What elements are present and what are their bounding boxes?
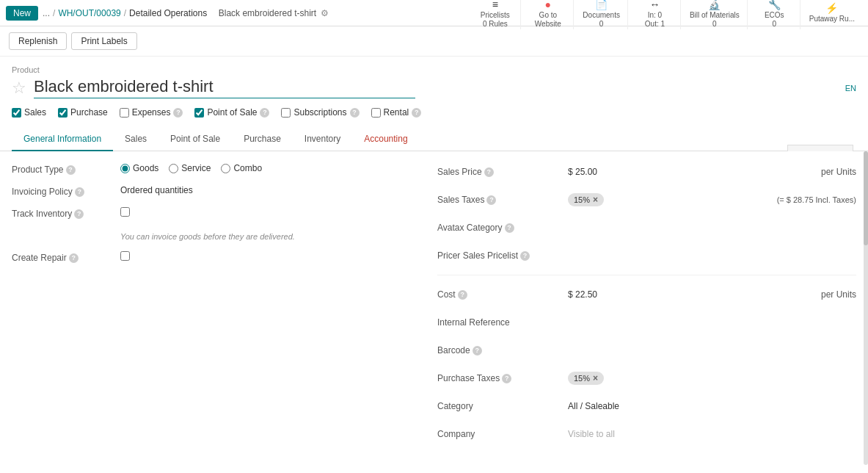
sales-checkbox-item[interactable]: Sales: [12, 107, 46, 118]
scroll-thumb: [864, 151, 868, 245]
subscriptions-checkbox[interactable]: [281, 108, 291, 118]
sales-price-value[interactable]: $ 25.00: [568, 167, 815, 177]
combo-radio[interactable]: [221, 164, 230, 173]
ecos-icon: 🔧: [768, 0, 781, 10]
right-column: Sales Price ? $ 25.00 per Units Sales Ta…: [437, 163, 856, 453]
tab-accounting[interactable]: Accounting: [352, 128, 419, 151]
pos-label: Point of Sale: [207, 107, 257, 118]
cost-unit: per Units: [821, 289, 856, 300]
action-bar: Replenish Print Labels: [0, 26, 868, 57]
cost-field: Cost ? $ 22.50 per Units: [437, 286, 856, 303]
website-icon: ●: [545, 0, 551, 10]
sales-tax-badge: 15% ×: [568, 193, 604, 206]
sales-taxes-value: 15% ×: [568, 193, 764, 206]
create-repair-checkbox[interactable]: [120, 251, 130, 261]
replenish-button[interactable]: Replenish: [9, 32, 67, 50]
top-bar: New ... / WH/OUT/00039 / Detailed Operat…: [0, 0, 868, 26]
gear-icon[interactable]: ⚙: [321, 8, 329, 18]
pos-checkbox[interactable]: [194, 108, 204, 118]
documents-button[interactable]: 📄 Documents 0: [575, 0, 628, 29]
tab-sales[interactable]: Sales: [113, 128, 158, 151]
rental-label: Rental: [384, 107, 409, 118]
breadcrumb-dots: ...: [43, 8, 50, 18]
breadcrumb-item1[interactable]: WH/OUT/00039: [58, 8, 120, 18]
barcode-help-icon: ?: [473, 346, 482, 355]
category-label: Category: [437, 401, 562, 411]
track-inventory-field: Track Inventory ?: [12, 207, 408, 219]
breadcrumb-item2: Detailed Operations: [129, 8, 207, 18]
subscriptions-checkbox-item[interactable]: Subscriptions ?: [281, 107, 359, 118]
service-radio[interactable]: [169, 164, 178, 173]
product-name-input[interactable]: [34, 77, 415, 98]
rental-checkbox[interactable]: [371, 108, 381, 118]
sales-taxes-text: Sales Taxes: [437, 195, 484, 205]
sales-price-field: Sales Price ? $ 25.00 per Units: [437, 163, 856, 181]
sales-tax-badge-value: 15%: [574, 195, 590, 204]
purchase-checkbox[interactable]: [58, 108, 68, 118]
documents-count: 0: [599, 20, 604, 28]
purchase-tax-badge: 15% ×: [568, 372, 604, 385]
new-button[interactable]: New: [6, 6, 38, 21]
subscriptions-help-icon: ?: [350, 108, 360, 118]
track-inventory-checkbox[interactable]: [120, 207, 130, 217]
pricelists-button[interactable]: ≡ Pricelists 0 Rules: [470, 0, 521, 29]
bom-icon: 🔬: [708, 0, 721, 10]
tab-point-of-sale[interactable]: Point of Sale: [158, 128, 232, 151]
expenses-checkbox[interactable]: [120, 108, 129, 118]
in-label: In: 0: [648, 11, 662, 19]
scrollbar[interactable]: [864, 151, 868, 465]
ecos-label: ECOs: [765, 11, 784, 19]
purchase-taxes-label: Purchase Taxes ?: [437, 373, 562, 383]
category-value[interactable]: All / Saleable: [568, 401, 856, 411]
sales-checkbox[interactable]: [12, 108, 21, 118]
tab-inventory[interactable]: Inventory: [293, 128, 352, 151]
tab-purchase[interactable]: Purchase: [232, 128, 293, 151]
favorite-star-icon[interactable]: ☆: [12, 79, 26, 98]
barcode-field: Barcode ?: [437, 342, 856, 359]
sales-tax-badge-close[interactable]: ×: [593, 195, 598, 205]
goods-radio[interactable]: [120, 164, 130, 173]
internal-reference-field: Internal Reference: [437, 314, 856, 331]
service-radio-item[interactable]: Service: [169, 163, 211, 173]
in-out-button[interactable]: ↔ In: 0 Out: 1: [630, 0, 681, 29]
combo-radio-item[interactable]: Combo: [221, 163, 262, 173]
product-type-radio-group: Goods Service Combo: [120, 163, 408, 173]
invoicing-policy-help-icon: ?: [75, 187, 84, 197]
expenses-checkbox-item[interactable]: Expenses ?: [120, 107, 183, 118]
ecos-count: 0: [772, 20, 776, 28]
create-repair-field: Create Repair ?: [12, 251, 408, 263]
language-badge[interactable]: EN: [845, 84, 856, 93]
print-labels-button[interactable]: Print Labels: [71, 32, 136, 50]
documents-label: Documents: [583, 11, 620, 19]
top-action-buttons: ≡ Pricelists 0 Rules ● Go to Website 📄 D…: [470, 0, 862, 29]
cost-value[interactable]: $ 22.50: [568, 289, 815, 300]
avatax-category-field: Avatax Category ?: [437, 219, 856, 236]
goods-radio-item[interactable]: Goods: [120, 163, 158, 173]
purchase-taxes-text: Purchase Taxes: [437, 373, 500, 383]
bom-button[interactable]: 🔬 Bill of Materials 0: [682, 0, 748, 29]
breadcrumb-area: New ... / WH/OUT/00039 / Detailed Operat…: [6, 6, 464, 21]
documents-icon: 📄: [595, 0, 608, 10]
invoicing-policy-field: Invoicing Policy ? Ordered quantities: [12, 185, 408, 197]
tab-general-information[interactable]: General Information: [12, 128, 113, 151]
purchase-taxes-value: 15% ×: [568, 372, 856, 385]
ecos-button[interactable]: 🔧 ECOs 0: [749, 0, 800, 29]
sales-taxes-help-icon: ?: [486, 195, 496, 205]
putaway-button[interactable]: ⚡ Putaway Ru...: [802, 1, 862, 25]
bom-label: Bill of Materials: [690, 11, 740, 19]
barcode-label: Barcode ?: [437, 345, 562, 355]
checkboxes-row: Sales Purchase Expenses ? Point of Sale …: [12, 104, 856, 123]
company-text: Company: [437, 429, 475, 439]
sales-taxes-label: Sales Taxes ?: [437, 195, 562, 205]
combo-label: Combo: [233, 163, 262, 173]
purchase-checkbox-item[interactable]: Purchase: [58, 107, 108, 118]
pos-checkbox-item[interactable]: Point of Sale ?: [194, 107, 269, 118]
go-to-website-button[interactable]: ● Go to Website: [522, 0, 574, 29]
purchase-tax-badge-close[interactable]: ×: [593, 373, 598, 383]
service-label: Service: [181, 163, 211, 173]
company-value[interactable]: Visible to all: [568, 429, 856, 439]
purchase-label: Purchase: [70, 107, 108, 118]
purchase-tax-badge-value: 15%: [574, 374, 590, 383]
rental-checkbox-item[interactable]: Rental ?: [371, 107, 422, 118]
invoicing-policy-value[interactable]: Ordered quantities: [120, 185, 408, 195]
